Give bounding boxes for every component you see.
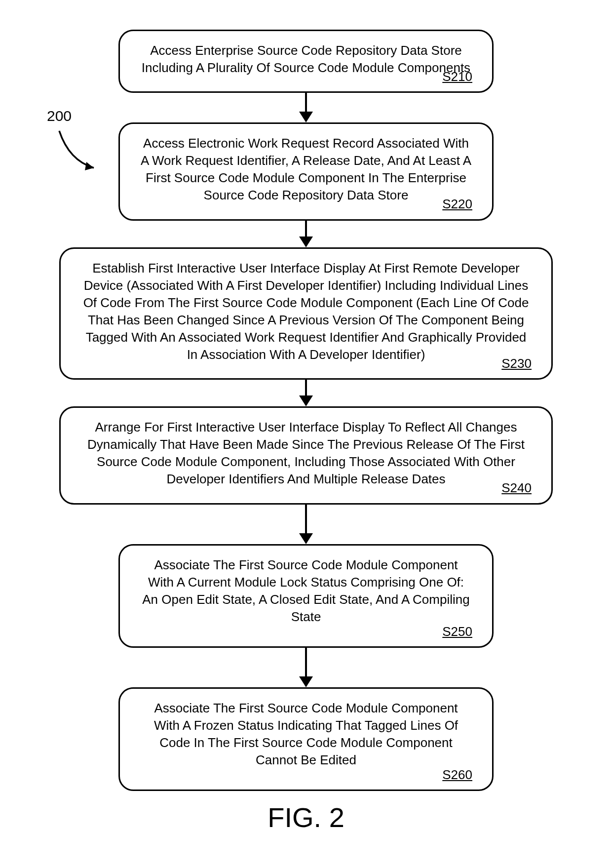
step-id: S260	[442, 766, 472, 784]
step-id: S210	[442, 68, 472, 85]
step-id: S240	[501, 479, 532, 497]
step-s250: Associate The First Source Code Module C…	[118, 544, 494, 648]
step-s220: Access Electronic Work Request Record As…	[118, 122, 494, 220]
arrow	[299, 380, 313, 406]
step-s240: Arrange For First Interactive User Inter…	[59, 406, 553, 504]
flowchart: Access Enterprise Source Code Repository…	[59, 30, 553, 791]
step-s210: Access Enterprise Source Code Repository…	[118, 30, 494, 93]
arrow	[299, 505, 313, 544]
arrow	[299, 93, 313, 122]
step-s260: Associate The First Source Code Module C…	[118, 687, 494, 791]
step-id: S230	[501, 355, 532, 372]
step-text: Access Electronic Work Request Record As…	[141, 136, 471, 202]
step-id: S250	[442, 623, 472, 640]
figure-caption: FIG. 2	[268, 801, 344, 833]
step-s230: Establish First Interactive User Interfa…	[59, 247, 553, 380]
step-text: Associate The First Source Code Module C…	[154, 701, 458, 767]
arrow	[299, 221, 313, 247]
step-text: Establish First Interactive User Interfa…	[83, 261, 529, 362]
arrow	[299, 648, 313, 687]
step-text: Associate The First Source Code Module C…	[142, 557, 469, 624]
step-text: Access Enterprise Source Code Repository…	[142, 43, 470, 75]
step-id: S220	[442, 196, 472, 213]
step-text: Arrange For First Interactive User Inter…	[87, 420, 525, 486]
